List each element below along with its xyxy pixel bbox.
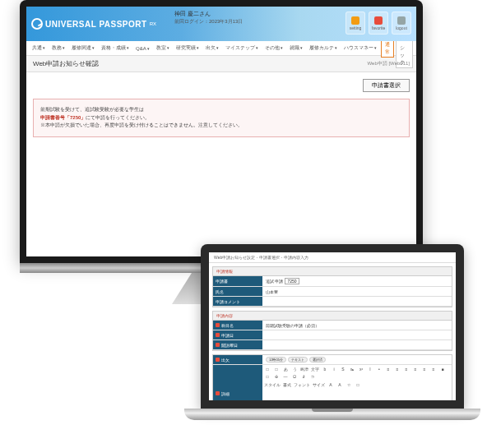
laptop-bezel: Web申請お知らせ設定・申請書選択・申請内容入力 申請情報 申請書 追試 申請 … (201, 244, 464, 409)
tb-copy-icon[interactable]: う (291, 367, 298, 372)
page-title-bar: Web申請お知らせ確認 Web申請 [Web011] (26, 56, 416, 72)
tb-align-right-icon[interactable]: ≡ (403, 367, 410, 372)
tb-template-icon[interactable]: □ (273, 367, 280, 372)
notice-line1: 前期試験を受けて、追試験受験が必要な学生は (40, 106, 402, 114)
editor-toolbar: □ □ あ う 島津 文字 b i S x₂ x² I • (262, 365, 452, 381)
breadcrumb[interactable]: Web申請お知らせ設定・申請書選択・申請内容入力 (209, 252, 456, 263)
row-comment: 申請コメント (213, 297, 452, 307)
tb-italic-icon[interactable]: i (331, 367, 337, 372)
value-application-form: 追試 申請 7250 (262, 276, 452, 286)
monitor-screen: UNIVERSAL PASSPORT RX 神田 慶二さん 前回ログイン：202… (26, 7, 416, 256)
row-detail: 詳細 □ □ あ う 島津 文字 b i S x₂ (213, 365, 452, 400)
gear-icon (351, 16, 359, 25)
tb-remove-icon[interactable]: I (367, 367, 373, 372)
nav-shikaku[interactable]: 資格・成績 (99, 44, 132, 52)
tb-special-icon[interactable]: ※ (273, 374, 280, 379)
select-application-button[interactable]: 申請書選択 (363, 79, 410, 92)
label-comment: 申請コメント (213, 297, 262, 306)
action-row: 申請書選択 (33, 79, 410, 92)
tb-cut-icon[interactable]: あ (282, 367, 289, 372)
section-application-info: 申請情報 申請書 追試 申請 7250 氏名 山本豊 申請コメント (212, 266, 452, 307)
user-info: 神田 慶二さん 前回ログイン：2023年3月13日 (174, 10, 243, 25)
nav-shukketsu[interactable]: 出欠 (203, 44, 221, 52)
value-weekday[interactable] (262, 340, 452, 349)
tb-table-icon[interactable]: □ (264, 374, 271, 379)
nav-kyoshitsu[interactable]: 教室 (154, 44, 172, 52)
value-attendance: 12時05分 テキスト 選択済 (262, 355, 452, 364)
tb-sup-icon[interactable]: x² (358, 367, 364, 372)
nav-kenkyu[interactable]: 研究実績 (174, 44, 202, 52)
app-logo[interactable]: UNIVERSAL PASSPORT RX (31, 18, 156, 30)
tb-hr-icon[interactable]: — (282, 374, 289, 379)
rich-text-editor[interactable] (262, 389, 452, 400)
tb-omega-icon[interactable]: Ω (291, 374, 298, 379)
tb-char-icon[interactable]: 文字 (311, 367, 319, 372)
nav-kyomu[interactable]: 教務 (49, 44, 67, 52)
required-icon (216, 391, 220, 395)
value-date[interactable] (262, 330, 452, 339)
row-attendance: 出欠 12時05分 テキスト 選択済 (213, 355, 452, 365)
label-date: 申請日 (213, 330, 262, 339)
tb-style-select[interactable]: スタイル (264, 382, 281, 387)
content-area: 申請書選択 前期試験を受けて、追試験受験が必要な学生は 申請書番号「7250」に… (26, 72, 416, 256)
nav-shushoku[interactable]: 就職 (287, 44, 305, 52)
label-weekday: 開講曜日 (213, 340, 262, 349)
nav-house[interactable]: ハウスマネー (341, 44, 379, 52)
tb-source-icon[interactable]: □ (264, 367, 271, 372)
pill-text[interactable]: テキスト (288, 357, 308, 363)
nav-qa[interactable]: Q&A (133, 46, 152, 51)
row-subject: 科目名 前期試験受験の申請（必須） (213, 321, 452, 330)
logout-icon (397, 16, 406, 25)
nav-karte[interactable]: 履修カルテ (307, 44, 340, 52)
view-normal-button[interactable]: 通常 (381, 39, 394, 58)
nav-other[interactable]: その他 (262, 44, 285, 52)
tb-color-icon[interactable]: A (327, 382, 334, 387)
tb-star-icon[interactable]: ☆ (346, 382, 352, 387)
pill-selected[interactable]: 選択済 (309, 357, 326, 363)
setting-button[interactable]: setting (346, 12, 365, 35)
tb-format-select[interactable]: 書式 (283, 382, 291, 387)
logout-button[interactable]: logout (392, 12, 411, 35)
value-subject[interactable]: 前期試験受験の申請（必須） (262, 321, 452, 330)
notice-line3: ※本申請が欠損でいた場合、再度申請を受け付けることはできません。注意してください… (40, 122, 402, 130)
tb-sub-icon[interactable]: x₂ (349, 367, 355, 372)
nav-mystep[interactable]: マイステップ (223, 44, 261, 52)
section-application-content: 申請内容 科目名 前期試験受験の申請（必須） 申請日 開講曜日 (212, 311, 452, 351)
tb-partial-icon[interactable]: ∂ (300, 374, 307, 379)
notice-line2: 申請書番号「7250」にて申請を行ってください。 (40, 114, 402, 122)
favorite-button[interactable]: favorite (369, 12, 388, 35)
tb-bold-icon[interactable]: b (322, 367, 328, 372)
tb-bgcolor-icon[interactable]: A (336, 382, 343, 387)
value-comment[interactable] (262, 297, 452, 306)
page-title-code: Web申請 [Web011] (368, 60, 410, 67)
pill-time[interactable]: 12時05分 (266, 357, 286, 363)
application-number-select[interactable]: 7250 (285, 278, 299, 284)
tb-indent-icon[interactable]: ≡ (430, 367, 437, 372)
notice-box: 前期試験を受けて、追試験受験が必要な学生は 申請書番号「7250」にて申請を行っ… (33, 99, 410, 137)
tb-outdent-icon[interactable]: ≡ (421, 367, 428, 372)
laptop-notch (312, 409, 353, 412)
section-head-2: 申請内容 (213, 312, 452, 321)
tb-image-icon[interactable]: ■ (439, 367, 446, 372)
tb-bullet-icon[interactable]: • (376, 367, 383, 372)
logo-icon (31, 18, 43, 30)
row-weekday: 開講曜日 (213, 340, 452, 350)
tb-align-left-icon[interactable]: ≡ (385, 367, 392, 372)
tb-align-center-icon[interactable]: ≡ (394, 367, 401, 372)
page-title: Web申請お知らせ確認 (33, 59, 99, 68)
tb-font-select[interactable]: フォント (294, 382, 310, 387)
tb-paste-icon[interactable]: 島津 (300, 367, 308, 372)
attendance-pills: 12時05分 テキスト 選択済 (266, 357, 326, 363)
tb-max-icon[interactable]: □ (355, 382, 361, 387)
laptop-screen: Web申請お知らせ設定・申請書選択・申請内容入力 申請情報 申請書 追試 申請 … (209, 252, 456, 400)
nav-rishu[interactable]: 履修関連 (69, 44, 97, 52)
tb-justify-icon[interactable]: ≡ (412, 367, 419, 372)
label-name: 氏名 (213, 287, 262, 296)
nav-common[interactable]: 共通 (30, 44, 48, 52)
editor-container: □ □ あ う 島津 文字 b i S x₂ x² I • (262, 365, 452, 400)
laptop-base (184, 409, 480, 420)
required-icon (216, 358, 220, 362)
tb-size-select[interactable]: サイズ (313, 382, 325, 387)
tb-strike-icon[interactable]: S (340, 367, 346, 372)
tb-superset-icon[interactable]: ⊃ (309, 374, 316, 379)
